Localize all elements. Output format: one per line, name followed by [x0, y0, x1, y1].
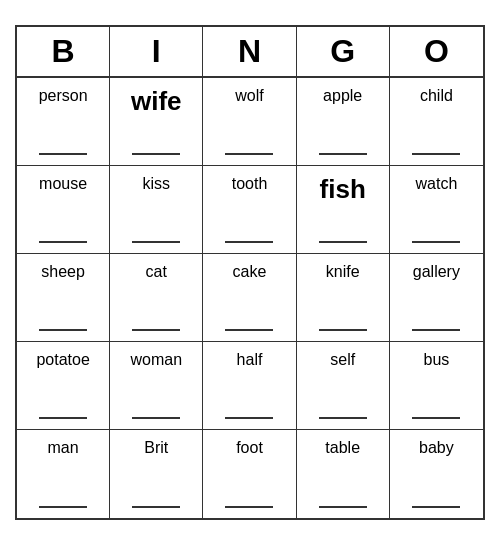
line-r4-c3 [319, 506, 367, 508]
line-r0-c2 [225, 153, 273, 155]
word-r3-c4: bus [423, 350, 449, 369]
header-letter-o: O [390, 27, 483, 76]
word-r0-c4: child [420, 86, 453, 105]
line-r0-c1 [132, 153, 180, 155]
word-r4-c1: Brit [144, 438, 168, 457]
line-r1-c1 [132, 241, 180, 243]
cell-r0-c4: child [390, 78, 483, 166]
cell-r2-c4: gallery [390, 254, 483, 342]
header-letter-g: G [297, 27, 390, 76]
bingo-card: BINGO personwifewolfapplechildmousekisst… [15, 25, 485, 520]
grid: personwifewolfapplechildmousekisstoothfi… [17, 78, 483, 518]
line-r3-c1 [132, 417, 180, 419]
line-r2-c2 [225, 329, 273, 331]
line-r2-c1 [132, 329, 180, 331]
cell-r0-c1: wife [110, 78, 203, 166]
line-r3-c2 [225, 417, 273, 419]
word-r4-c4: baby [419, 438, 454, 457]
line-r1-c2 [225, 241, 273, 243]
line-r3-c3 [319, 417, 367, 419]
cell-r0-c3: apple [297, 78, 390, 166]
word-r1-c3: fish [320, 174, 366, 205]
cell-r4-c3: table [297, 430, 390, 518]
cell-r1-c3: fish [297, 166, 390, 254]
line-r2-c4 [412, 329, 460, 331]
line-r3-c0 [39, 417, 87, 419]
line-r1-c0 [39, 241, 87, 243]
line-r2-c0 [39, 329, 87, 331]
word-r0-c3: apple [323, 86, 362, 105]
word-r0-c2: wolf [235, 86, 263, 105]
cell-r1-c1: kiss [110, 166, 203, 254]
word-r1-c4: watch [415, 174, 457, 193]
cell-r3-c2: half [203, 342, 296, 430]
word-r3-c1: woman [131, 350, 183, 369]
cell-r3-c1: woman [110, 342, 203, 430]
word-r2-c2: cake [233, 262, 267, 281]
cell-r4-c2: foot [203, 430, 296, 518]
cell-r3-c0: potatoe [17, 342, 110, 430]
cell-r4-c4: baby [390, 430, 483, 518]
word-r0-c1: wife [131, 86, 182, 117]
line-r4-c4 [412, 506, 460, 508]
word-r2-c4: gallery [413, 262, 460, 281]
cell-r4-c0: man [17, 430, 110, 518]
word-r2-c0: sheep [41, 262, 85, 281]
cell-r1-c0: mouse [17, 166, 110, 254]
cell-r2-c0: sheep [17, 254, 110, 342]
word-r2-c3: knife [326, 262, 360, 281]
line-r2-c3 [319, 329, 367, 331]
word-r3-c3: self [330, 350, 355, 369]
cell-r3-c4: bus [390, 342, 483, 430]
line-r4-c0 [39, 506, 87, 508]
word-r4-c2: foot [236, 438, 263, 457]
word-r1-c1: kiss [143, 174, 171, 193]
cell-r2-c1: cat [110, 254, 203, 342]
cell-r3-c3: self [297, 342, 390, 430]
word-r3-c0: potatoe [36, 350, 89, 369]
line-r0-c0 [39, 153, 87, 155]
word-r0-c0: person [39, 86, 88, 105]
header-row: BINGO [17, 27, 483, 78]
cell-r0-c0: person [17, 78, 110, 166]
cell-r1-c4: watch [390, 166, 483, 254]
line-r4-c2 [225, 506, 273, 508]
cell-r2-c2: cake [203, 254, 296, 342]
line-r0-c3 [319, 153, 367, 155]
line-r0-c4 [412, 153, 460, 155]
header-letter-n: N [203, 27, 296, 76]
line-r1-c3 [319, 241, 367, 243]
header-letter-b: B [17, 27, 110, 76]
line-r4-c1 [132, 506, 180, 508]
header-letter-i: I [110, 27, 203, 76]
word-r3-c2: half [237, 350, 263, 369]
cell-r4-c1: Brit [110, 430, 203, 518]
word-r1-c2: tooth [232, 174, 268, 193]
word-r4-c0: man [48, 438, 79, 457]
cell-r1-c2: tooth [203, 166, 296, 254]
cell-r0-c2: wolf [203, 78, 296, 166]
line-r3-c4 [412, 417, 460, 419]
line-r1-c4 [412, 241, 460, 243]
word-r2-c1: cat [146, 262, 167, 281]
word-r4-c3: table [325, 438, 360, 457]
word-r1-c0: mouse [39, 174, 87, 193]
cell-r2-c3: knife [297, 254, 390, 342]
